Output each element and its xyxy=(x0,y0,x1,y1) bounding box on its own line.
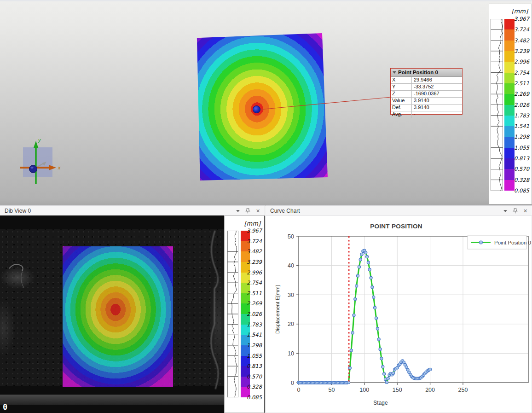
series-marker xyxy=(350,349,353,352)
series-marker xyxy=(368,268,371,271)
legend-color-segment xyxy=(241,283,250,293)
legend-tick-label: 2.511 xyxy=(514,80,529,87)
legend-colorbar xyxy=(241,231,250,397)
point-tooltip[interactable]: Point Position 0 X29.9466Y-33.3752Z-1690… xyxy=(390,68,463,115)
plot-box xyxy=(299,236,528,383)
legend-color-segment xyxy=(504,94,515,105)
chart-legend-marker xyxy=(480,241,483,244)
legend-color-segment xyxy=(504,116,515,126)
legend-color-segment xyxy=(504,137,515,147)
legend-color-segment xyxy=(241,377,250,387)
y-tick-label: 0 xyxy=(291,380,294,386)
point-position-chart[interactable]: 05010015020025001020304050POINT POSITION… xyxy=(266,215,532,413)
y-tick-label: 30 xyxy=(288,292,294,298)
legend-color-segment xyxy=(504,41,515,51)
tooltip-row: Avg.- xyxy=(391,111,462,118)
legend-color-segment xyxy=(241,303,250,314)
legend-tick-label: 2.026 xyxy=(514,102,529,108)
legend-tick-label: 1.541 xyxy=(514,123,529,129)
legend-color-segment xyxy=(241,335,250,345)
series-marker xyxy=(360,253,363,256)
chevron-down-icon[interactable] xyxy=(235,208,241,214)
tooltip-row: Def.3.9140 xyxy=(391,105,462,111)
3d-viewport[interactable]: y x Point Position 0 X29.9466Y-33.3752Z-… xyxy=(0,0,532,206)
point-tooltip-header[interactable]: Point Position 0 xyxy=(391,69,462,77)
series-marker xyxy=(376,327,379,330)
x-tick-label: 150 xyxy=(393,387,402,393)
tooltip-row-value: - xyxy=(412,111,462,118)
legend-histogram xyxy=(227,231,239,397)
collapse-triangle-icon[interactable] xyxy=(393,71,396,74)
legend-color-segment xyxy=(241,325,250,335)
y-axis-label: Displacement E[mm] xyxy=(275,285,280,334)
close-icon[interactable]: ✕ xyxy=(255,208,261,214)
legend-color-segment xyxy=(504,158,515,169)
legend-color-segment xyxy=(241,241,250,252)
tooltip-row-label: Def. xyxy=(391,105,412,111)
color-scale-legend-dib: [mm] 3.9673.7243.4823.2392.9962.7542.511… xyxy=(224,215,265,413)
tooltip-row: X29.9466 xyxy=(391,77,462,84)
legend-color-segment xyxy=(504,29,515,40)
legend-tick-label: 3.724 xyxy=(514,26,529,33)
series-marker xyxy=(353,314,355,317)
y-tick-label: 40 xyxy=(288,262,294,269)
legend-tick-label: 1.055 xyxy=(514,145,529,151)
x-tick-label: 100 xyxy=(359,387,369,393)
x-tick-label: 50 xyxy=(328,387,335,393)
legend-color-segment xyxy=(504,51,515,62)
legend-tick-label: 0.085 xyxy=(514,187,529,194)
measurement-point-marker[interactable] xyxy=(253,105,260,113)
legend-color-segment xyxy=(241,231,250,241)
coordinate-triad: y x xyxy=(17,136,63,189)
series-marker xyxy=(379,348,382,350)
legend-color-segment xyxy=(241,314,250,325)
legend-tick-label: 1.298 xyxy=(514,134,529,140)
pin-icon[interactable] xyxy=(512,208,518,214)
series-marker xyxy=(383,372,386,375)
pin-icon[interactable] xyxy=(245,208,251,214)
legend-tick-label: 2.269 xyxy=(514,91,529,97)
legend-unit-label: [mm] xyxy=(512,8,528,15)
tooltip-row-label: Value xyxy=(391,98,412,104)
stage-number-label: 0 xyxy=(3,403,7,411)
series-marker xyxy=(429,368,432,371)
legend-tick-label: 0.813 xyxy=(514,155,529,162)
dib-camera-view[interactable]: 0 xyxy=(0,215,224,413)
legend-color-segment xyxy=(504,73,515,83)
legend-color-segment xyxy=(241,251,250,262)
y-tick-label: 50 xyxy=(288,233,294,240)
displacement-contour-surface[interactable] xyxy=(196,33,328,180)
point-tooltip-title: Point Position 0 xyxy=(398,70,438,75)
x-axis-label: Stage xyxy=(373,400,388,406)
series-marker xyxy=(372,296,375,298)
color-scale-legend-3d: [mm] 3.9673.7243.4823.2392.9962.7542.511… xyxy=(489,4,532,204)
displacement-contour-overlay[interactable] xyxy=(63,246,173,387)
series-marker xyxy=(367,261,370,264)
series-marker xyxy=(358,266,360,268)
x-tick-label: 200 xyxy=(425,387,435,393)
series-marker xyxy=(370,276,372,279)
legend-color-segment xyxy=(504,19,515,29)
series-marker xyxy=(374,306,376,309)
tooltip-row: Z-1690.0367 xyxy=(391,91,462,98)
legend-color-segment xyxy=(241,387,250,397)
close-icon[interactable]: ✕ xyxy=(522,208,528,214)
series-marker xyxy=(351,332,354,334)
legend-color-segment xyxy=(241,366,250,377)
series-marker xyxy=(385,381,388,384)
legend-color-segment xyxy=(241,262,250,273)
camera-bottom-strip xyxy=(0,395,224,405)
legend-colorbar xyxy=(504,19,515,191)
chevron-down-icon[interactable] xyxy=(502,208,508,214)
legend-color-segment xyxy=(504,169,515,180)
tooltip-row-value: 29.9466 xyxy=(412,77,462,83)
curve-chart-panel[interactable]: 05010015020025001020304050POINT POSITION… xyxy=(266,215,532,413)
x-tick-label: 0 xyxy=(297,387,301,393)
legend-tick-label: 3.482 xyxy=(514,37,529,44)
series-marker xyxy=(354,298,357,301)
tooltip-row-value: -1690.0367 xyxy=(412,91,462,97)
series-marker xyxy=(355,285,358,287)
series-marker xyxy=(387,377,389,380)
legend-color-segment xyxy=(504,126,515,137)
legend-color-segment xyxy=(241,293,250,304)
